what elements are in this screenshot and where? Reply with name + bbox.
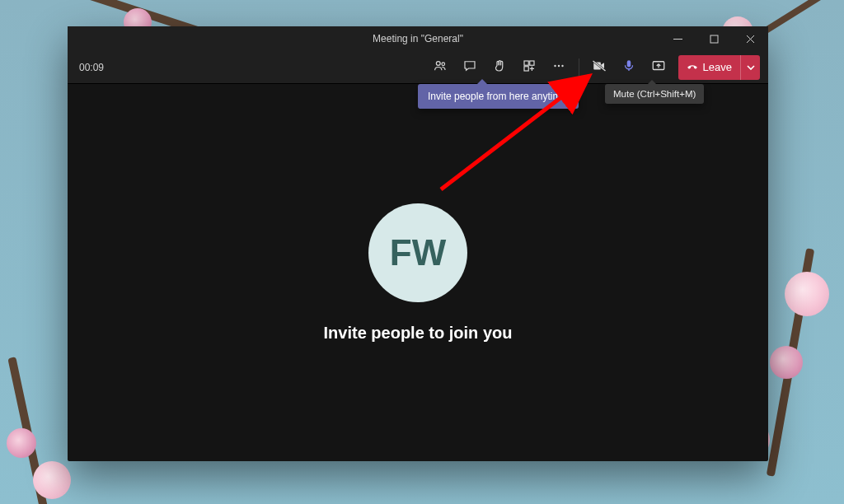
chevron-down-icon bbox=[747, 60, 755, 75]
leave-button-group: Leave bbox=[678, 55, 760, 80]
svg-point-6 bbox=[554, 64, 556, 66]
leave-options-button[interactable] bbox=[740, 55, 760, 80]
camera-toggle-button[interactable] bbox=[586, 55, 612, 80]
svg-rect-9 bbox=[626, 60, 631, 67]
toolbar-divider bbox=[579, 58, 579, 77]
more-actions-button[interactable] bbox=[546, 55, 572, 80]
avatar: FW bbox=[368, 203, 467, 302]
svg-rect-0 bbox=[710, 35, 718, 43]
minimize-button[interactable] bbox=[659, 26, 696, 51]
svg-rect-5 bbox=[524, 66, 528, 70]
svg-point-7 bbox=[557, 64, 559, 66]
share-button[interactable] bbox=[645, 55, 672, 80]
titlebar: Meeting in "General" bbox=[68, 26, 768, 51]
invite-heading: Invite people to join you bbox=[324, 324, 513, 343]
svg-rect-4 bbox=[529, 61, 533, 65]
svg-point-2 bbox=[442, 62, 445, 65]
rooms-button[interactable] bbox=[516, 55, 542, 80]
svg-point-1 bbox=[436, 61, 440, 65]
meeting-toolbar: 00:09 bbox=[68, 51, 768, 84]
leave-label: Leave bbox=[703, 61, 732, 73]
participants-button[interactable] bbox=[427, 55, 453, 80]
reactions-button[interactable] bbox=[486, 55, 513, 80]
bg-flower bbox=[7, 428, 36, 458]
mic-toggle-button[interactable] bbox=[616, 55, 642, 80]
svg-point-8 bbox=[561, 64, 563, 66]
chat-icon bbox=[462, 58, 477, 77]
window-controls bbox=[659, 26, 768, 51]
avatar-initials: FW bbox=[390, 232, 446, 273]
people-icon bbox=[433, 58, 448, 77]
bg-flower bbox=[33, 461, 71, 499]
camera-off-icon bbox=[592, 58, 607, 77]
hangup-icon bbox=[687, 60, 698, 74]
bg-flower bbox=[770, 346, 803, 379]
svg-rect-3 bbox=[524, 61, 528, 65]
share-screen-icon bbox=[651, 58, 666, 77]
call-timer: 00:09 bbox=[79, 62, 104, 73]
close-button[interactable] bbox=[732, 26, 768, 51]
raise-hand-icon bbox=[492, 58, 507, 77]
window-title: Meeting in "General" bbox=[373, 33, 463, 44]
maximize-button[interactable] bbox=[696, 26, 732, 51]
leave-button[interactable]: Leave bbox=[678, 55, 740, 80]
bg-flower bbox=[785, 272, 829, 316]
microphone-icon bbox=[621, 58, 636, 77]
chat-button[interactable] bbox=[457, 55, 483, 80]
breakout-rooms-icon bbox=[522, 58, 537, 77]
meeting-window: Meeting in "General" 00:09 bbox=[68, 26, 768, 461]
ellipsis-icon bbox=[551, 58, 566, 77]
meeting-stage: FW Invite people to join you bbox=[68, 84, 768, 461]
